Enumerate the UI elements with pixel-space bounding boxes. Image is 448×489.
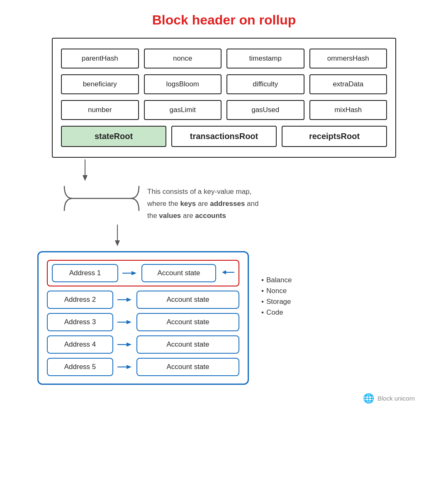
field-transactionsRoot: transactionsRoot bbox=[171, 126, 277, 147]
kv-row-3: Address 3 Account state bbox=[47, 313, 239, 331]
desc-line1: This consists of a key-value map, bbox=[147, 188, 251, 196]
kv-map-section: Address 1 Account state A bbox=[37, 251, 411, 385]
page-title: Block header on rollup bbox=[152, 12, 296, 28]
legend-storage: • Storage bbox=[261, 298, 292, 306]
state-5-label: Account state bbox=[166, 363, 209, 371]
desc-values-line: the values are accounts bbox=[147, 212, 226, 220]
brand-footer: 🌐 Block unicorn bbox=[363, 393, 415, 404]
kv-legend: • Balance • Nonce • Storage • Code bbox=[261, 276, 292, 317]
brand-name: Block unicorn bbox=[377, 395, 415, 402]
right-arrow-icon-5 bbox=[117, 364, 132, 370]
svg-marker-10 bbox=[127, 298, 131, 302]
svg-marker-8 bbox=[222, 270, 226, 274]
arrow-right-1 bbox=[122, 270, 137, 276]
kv-row-4: Address 4 Account state bbox=[47, 335, 239, 354]
address-2-box: Address 2 bbox=[47, 291, 113, 309]
left-arrow-icon bbox=[222, 269, 234, 276]
state-root-arrow-section bbox=[52, 159, 396, 182]
header-row-4: stateRoot transactionsRoot receiptsRoot bbox=[61, 126, 387, 147]
arrow-right-4 bbox=[117, 341, 132, 348]
field-receiptsRoot: receiptsRoot bbox=[282, 126, 387, 147]
address-3-box: Address 3 bbox=[47, 313, 113, 331]
legend-nonce: • Nonce bbox=[261, 287, 292, 295]
field-gasLimit: gasLimit bbox=[144, 100, 222, 120]
second-arrow-section bbox=[52, 225, 396, 247]
legend-balance: • Balance bbox=[261, 276, 292, 284]
desc-accounts: accounts bbox=[195, 212, 226, 220]
field-logsBloom: logsBloom bbox=[144, 74, 222, 94]
state-1-label: Account state bbox=[157, 269, 200, 277]
address-4-box: Address 4 bbox=[47, 335, 113, 354]
field-gasUsed: gasUsed bbox=[226, 100, 304, 120]
down-arrow-2 bbox=[113, 225, 122, 247]
arrow-right-5 bbox=[117, 364, 132, 370]
state-3-box: Account state bbox=[136, 313, 239, 331]
field-stateRoot: stateRoot bbox=[61, 126, 166, 147]
state-3-label: Account state bbox=[166, 318, 209, 326]
address-3-label: Address 3 bbox=[64, 318, 96, 326]
right-arrow-icon-4 bbox=[117, 341, 132, 348]
address-1-label: Address 1 bbox=[69, 269, 101, 277]
block-header-diagram: parentHash nonce timestamp ommersHash be… bbox=[52, 38, 396, 158]
address-2-label: Address 2 bbox=[64, 296, 96, 303]
right-arrow-icon-3 bbox=[117, 319, 132, 325]
field-extraData: extraData bbox=[309, 74, 387, 94]
field-parentHash: parentHash bbox=[61, 49, 139, 68]
curly-brace-icon bbox=[60, 182, 143, 215]
state-2-box: Account state bbox=[136, 291, 239, 309]
legend-code: • Code bbox=[261, 308, 292, 317]
desc-keys: keys bbox=[180, 200, 196, 208]
field-ommersHash: ommersHash bbox=[309, 49, 387, 68]
state-4-box: Account state bbox=[136, 335, 239, 354]
desc-addresses: addresses bbox=[210, 200, 245, 208]
state-2-label: Account state bbox=[166, 296, 209, 303]
field-timestamp: timestamp bbox=[226, 49, 304, 68]
header-row-1: parentHash nonce timestamp ommersHash bbox=[61, 49, 387, 68]
address-5-label: Address 5 bbox=[64, 363, 96, 371]
field-number: number bbox=[61, 100, 139, 120]
right-arrow-icon-2 bbox=[117, 296, 132, 303]
brand-icon: 🌐 bbox=[363, 393, 374, 404]
svg-marker-12 bbox=[127, 320, 131, 324]
key-value-description: This consists of a key-value map, where … bbox=[147, 186, 258, 222]
down-arrow-1 bbox=[81, 159, 89, 182]
state-1-box: Account state bbox=[141, 264, 216, 282]
address-4-label: Address 4 bbox=[64, 340, 96, 348]
field-nonce: nonce bbox=[144, 49, 222, 68]
kv-row-highlighted: Address 1 Account state bbox=[47, 260, 239, 286]
state-5-box: Account state bbox=[136, 358, 239, 376]
field-mixHash: mixHash bbox=[309, 100, 387, 120]
arrow-right-3 bbox=[117, 319, 132, 325]
bullet-icon-balance: • bbox=[261, 276, 264, 284]
svg-marker-1 bbox=[83, 175, 88, 181]
left-arrow-indicator bbox=[222, 269, 234, 277]
legend-balance-label: Balance bbox=[266, 276, 292, 284]
brace-description-section: This consists of a key-value map, where … bbox=[52, 182, 396, 222]
address-1-box: Address 1 bbox=[52, 264, 118, 282]
desc-where: where the keys are addresses and bbox=[147, 200, 258, 208]
arrow-right-2 bbox=[117, 296, 132, 303]
header-row-2: beneficiary logsBloom difficulty extraDa… bbox=[61, 74, 387, 94]
kv-row-5: Address 5 Account state bbox=[47, 358, 239, 376]
field-beneficiary: beneficiary bbox=[61, 74, 139, 94]
field-difficulty: difficulty bbox=[226, 74, 304, 94]
address-5-box: Address 5 bbox=[47, 358, 113, 376]
legend-code-label: Code bbox=[266, 308, 283, 317]
legend-nonce-label: Nonce bbox=[266, 287, 287, 295]
header-row-3: number gasLimit gasUsed mixHash bbox=[61, 100, 387, 120]
svg-marker-6 bbox=[131, 271, 136, 275]
kv-row-2: Address 2 Account state bbox=[47, 291, 239, 309]
svg-marker-14 bbox=[127, 342, 131, 347]
bullet-icon-nonce: • bbox=[261, 287, 264, 295]
kv-map-box: Address 1 Account state A bbox=[37, 251, 249, 385]
bullet-icon-storage: • bbox=[261, 298, 264, 306]
svg-marker-4 bbox=[115, 240, 120, 246]
right-arrow-icon-1 bbox=[122, 270, 137, 276]
legend-storage-label: Storage bbox=[266, 298, 291, 306]
state-4-label: Account state bbox=[166, 340, 209, 348]
svg-marker-16 bbox=[127, 365, 131, 369]
desc-values: values bbox=[159, 212, 181, 220]
bullet-icon-code: • bbox=[261, 308, 264, 317]
